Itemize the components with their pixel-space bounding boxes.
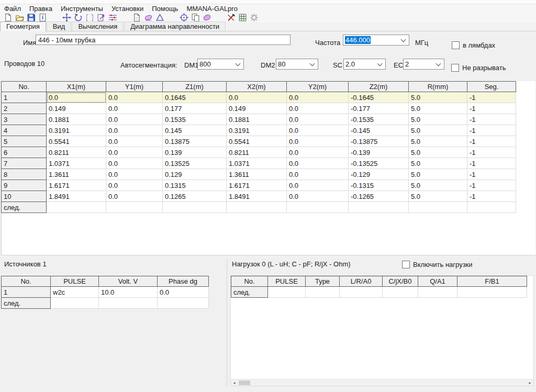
cell[interactable]: 0.3191 — [47, 125, 106, 136]
cell[interactable]: 5.0 — [409, 158, 467, 169]
new-file-icon[interactable] — [4, 13, 13, 22]
cell[interactable]: -1 — [467, 158, 516, 169]
cell[interactable]: 1.8491 — [227, 191, 287, 202]
row-header[interactable]: 5 — [2, 136, 47, 147]
pattern-icon[interactable] — [203, 13, 211, 22]
dm1-select[interactable]: 800 — [197, 59, 244, 70]
copy-icon[interactable] — [191, 13, 200, 22]
cell[interactable] — [227, 202, 287, 213]
cell[interactable]: 0.0 — [287, 180, 349, 191]
cell[interactable] — [409, 202, 467, 213]
next-row-header[interactable]: след. — [2, 202, 47, 213]
cell[interactable]: 1.0371 — [227, 158, 287, 169]
cell[interactable]: 0.0 — [106, 158, 163, 169]
cell[interactable] — [47, 202, 106, 213]
cell[interactable]: 0.0 — [287, 92, 349, 103]
tab-geometry[interactable]: Геометрия — [0, 21, 46, 31]
cell[interactable]: -0.145 — [349, 125, 409, 136]
cell[interactable]: 0.0 — [287, 147, 349, 158]
cell[interactable]: 0.13525 — [163, 158, 227, 169]
cell[interactable]: 5.0 — [409, 125, 467, 136]
cell[interactable]: -1 — [467, 114, 516, 125]
cell[interactable]: 0.0 — [287, 169, 349, 180]
sc-select[interactable]: 2.0 — [343, 59, 386, 70]
cell[interactable]: 0.5541 — [47, 136, 106, 147]
scroll-thumb[interactable] — [239, 380, 250, 385]
cell[interactable]: 0.1645 — [163, 92, 227, 103]
row-header[interactable]: 8 — [2, 169, 47, 180]
cell[interactable] — [418, 287, 457, 298]
frequency-select[interactable]: 446.000 — [343, 35, 409, 46]
tab-calculations[interactable]: Вычисления — [72, 21, 124, 31]
cell[interactable]: 5.0 — [409, 147, 467, 158]
cell[interactable]: 0.0 — [158, 287, 209, 298]
cell[interactable]: 0.0 — [287, 136, 349, 147]
next-row-header[interactable]: след. — [2, 298, 51, 309]
cell[interactable] — [349, 202, 409, 213]
menu-setup[interactable]: Установки — [111, 5, 143, 13]
row-header[interactable]: 1 — [2, 287, 51, 298]
cell[interactable]: 1.6171 — [47, 180, 106, 191]
cell[interactable]: 1.3611 — [47, 169, 106, 180]
rotate-icon[interactable] — [74, 13, 83, 22]
calculator-icon[interactable] — [238, 13, 247, 22]
cell[interactable]: -0.1645 — [349, 92, 409, 103]
scroll-right-arrow-icon[interactable]: ▸ — [527, 379, 533, 386]
cell[interactable]: -1 — [467, 180, 516, 191]
menu-file[interactable]: Файл — [4, 5, 21, 13]
cell[interactable]: 0.13875 — [163, 136, 227, 147]
row-header[interactable]: 6 — [2, 147, 47, 158]
triangle-icon[interactable] — [155, 13, 164, 22]
cell[interactable]: -1 — [467, 147, 516, 158]
cell[interactable]: 5.0 — [409, 191, 467, 202]
cell[interactable]: -0.129 — [349, 169, 409, 180]
cell[interactable] — [340, 287, 383, 298]
row-header[interactable]: 4 — [2, 125, 47, 136]
cell[interactable]: 0.0 — [287, 114, 349, 125]
row-header[interactable]: 9 — [2, 180, 47, 191]
cell[interactable]: -1 — [467, 136, 516, 147]
row-header[interactable]: 7 — [2, 158, 47, 169]
row-header[interactable]: 2 — [2, 103, 47, 114]
cell[interactable]: 0.1315 — [163, 180, 227, 191]
in-lambdas-checkbox[interactable]: в лямбдах — [452, 41, 495, 49]
tools-icon[interactable] — [227, 13, 236, 22]
cell[interactable]: 0.0 — [106, 147, 163, 158]
cell[interactable]: -0.1265 — [349, 191, 409, 202]
info-icon[interactable]: i — [38, 13, 47, 22]
cell[interactable]: 0.0 — [287, 191, 349, 202]
cell[interactable]: 5.0 — [409, 92, 467, 103]
cell[interactable] — [158, 298, 209, 309]
tab-pattern[interactable]: Диаграмма направленности — [124, 21, 226, 31]
cell[interactable] — [457, 287, 527, 298]
loads-hscrollbar[interactable]: ◂ ▸ — [231, 379, 533, 386]
cell[interactable] — [163, 202, 227, 213]
cell[interactable]: 0.1265 — [163, 191, 227, 202]
cell[interactable]: 0.0 — [287, 125, 349, 136]
cell[interactable]: 0.139 — [163, 147, 227, 158]
row-header[interactable]: 1 — [2, 92, 47, 103]
cell[interactable]: 1.8491 — [47, 191, 106, 202]
cell[interactable] — [268, 287, 306, 298]
cell[interactable]: 5.0 — [409, 180, 467, 191]
cell[interactable]: -0.1315 — [349, 180, 409, 191]
cell[interactable]: 0.0 — [106, 114, 163, 125]
tab-view[interactable]: Вид — [47, 21, 72, 31]
cell[interactable]: 0.0 — [47, 92, 106, 103]
cell[interactable] — [467, 202, 516, 213]
cell[interactable]: 0.8211 — [227, 147, 287, 158]
cell[interactable]: 0.1535 — [163, 114, 227, 125]
cell[interactable]: 5.0 — [409, 136, 467, 147]
ec-select[interactable]: 2 — [403, 59, 444, 70]
cell[interactable]: 0.5541 — [227, 136, 287, 147]
erase-icon[interactable] — [144, 13, 153, 22]
cell[interactable]: 0.0 — [106, 136, 163, 147]
cell[interactable]: 0.1881 — [227, 114, 287, 125]
segment-icon[interactable] — [85, 13, 94, 22]
center-icon[interactable] — [180, 13, 188, 22]
move-icon[interactable] — [62, 13, 71, 22]
cell[interactable]: 0.1881 — [47, 114, 106, 125]
wire-edit-icon[interactable] — [132, 13, 141, 22]
cell[interactable]: -1 — [467, 125, 516, 136]
cell[interactable] — [51, 298, 99, 309]
